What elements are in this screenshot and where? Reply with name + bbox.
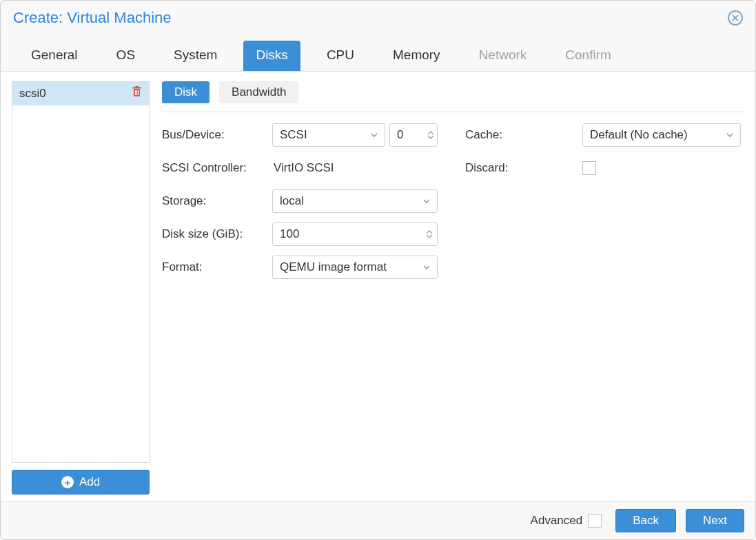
chevron-down-icon — [725, 130, 735, 140]
wizard-tabs: General OS System Disks CPU Memory Netwo… — [1, 34, 755, 72]
chevron-down-icon — [422, 196, 431, 206]
tab-os[interactable]: OS — [104, 41, 147, 71]
field-cache: Cache: Default (No cache) — [465, 123, 741, 147]
field-storage: Storage: local — [162, 189, 438, 213]
back-button[interactable]: Back — [615, 509, 676, 532]
disk-subtabs: Disk Bandwidth — [162, 81, 744, 112]
device-index-value: 0 — [397, 128, 403, 142]
discard-checkbox[interactable] — [582, 161, 596, 175]
field-format: Format: QEMU image format — [162, 256, 438, 279]
field-discard: Discard: — [465, 156, 741, 180]
close-button[interactable] — [728, 10, 743, 25]
format-select-value: QEMU image format — [280, 260, 387, 274]
disk-sidebar: scsi0 + Add — [12, 81, 150, 495]
format-select[interactable]: QEMU image format — [272, 256, 438, 279]
disk-size-input[interactable]: 100 — [272, 222, 438, 246]
cache-select-value: Default (No cache) — [590, 128, 688, 142]
next-button[interactable]: Next — [686, 509, 744, 532]
svg-rect-7 — [138, 90, 139, 95]
scsi-controller-label: SCSI Controller: — [162, 161, 272, 175]
svg-rect-5 — [135, 90, 136, 95]
scsi-controller-value: VirtIO SCSI — [272, 161, 334, 175]
disk-list-item[interactable]: scsi0 — [12, 82, 149, 105]
bus-select-value: SCSI — [280, 128, 307, 142]
tab-system[interactable]: System — [161, 41, 229, 71]
plus-icon: + — [61, 476, 74, 488]
create-vm-window: Create: Virtual Machine General OS Syste… — [0, 0, 756, 540]
svg-rect-4 — [135, 86, 139, 87]
field-scsi-controller: SCSI Controller: VirtIO SCSI — [162, 156, 438, 180]
svg-rect-6 — [136, 90, 137, 95]
storage-label: Storage: — [162, 194, 272, 208]
discard-label: Discard: — [465, 161, 582, 175]
advanced-label: Advanced — [531, 514, 583, 528]
tab-cpu[interactable]: CPU — [314, 41, 367, 71]
body: scsi0 + Add Disk Bandwidth Bus/Devic — [1, 72, 755, 501]
disk-list: scsi0 — [12, 81, 150, 463]
bus-device-label: Bus/Device: — [162, 128, 272, 142]
close-icon — [731, 14, 739, 22]
subtab-disk[interactable]: Disk — [162, 81, 210, 103]
storage-select-value: local — [280, 194, 304, 208]
bus-select[interactable]: SCSI — [272, 123, 385, 147]
subtab-bandwidth[interactable]: Bandwidth — [219, 81, 298, 103]
footer: Advanced Back Next — [1, 501, 755, 539]
advanced-toggle[interactable]: Advanced — [531, 514, 602, 528]
field-disk-size: Disk size (GiB): 100 — [162, 222, 438, 246]
titlebar: Create: Virtual Machine — [1, 1, 755, 34]
cache-label: Cache: — [465, 128, 582, 142]
spinner-icon[interactable] — [427, 131, 434, 139]
add-disk-button[interactable]: + Add — [12, 470, 150, 495]
trash-icon[interactable] — [132, 86, 142, 101]
tab-disks[interactable]: Disks — [243, 41, 300, 71]
disk-size-value: 100 — [280, 227, 299, 241]
window-title: Create: Virtual Machine — [13, 9, 172, 27]
add-button-label: Add — [79, 475, 100, 489]
form-col-left: Bus/Device: SCSI 0 — [162, 123, 438, 289]
chevron-down-icon — [422, 262, 431, 272]
device-index-input[interactable]: 0 — [389, 123, 438, 147]
advanced-checkbox[interactable] — [588, 514, 602, 528]
storage-select[interactable]: local — [272, 189, 438, 213]
form-col-right: Cache: Default (No cache) Discard: — [465, 123, 741, 289]
form-columns: Bus/Device: SCSI 0 — [162, 123, 744, 289]
chevron-down-icon — [369, 130, 379, 140]
field-bus-device: Bus/Device: SCSI 0 — [162, 123, 438, 147]
format-label: Format: — [162, 260, 272, 274]
tab-network: Network — [467, 41, 540, 71]
disk-form: Disk Bandwidth Bus/Device: SCSI 0 — [162, 81, 744, 495]
disk-size-label: Disk size (GiB): — [162, 227, 272, 241]
tab-memory[interactable]: Memory — [380, 41, 453, 71]
tab-confirm: Confirm — [553, 41, 624, 71]
spinner-icon[interactable] — [426, 230, 433, 238]
tab-general[interactable]: General — [19, 41, 90, 71]
disk-list-item-label: scsi0 — [19, 87, 46, 101]
cache-select[interactable]: Default (No cache) — [582, 123, 741, 147]
